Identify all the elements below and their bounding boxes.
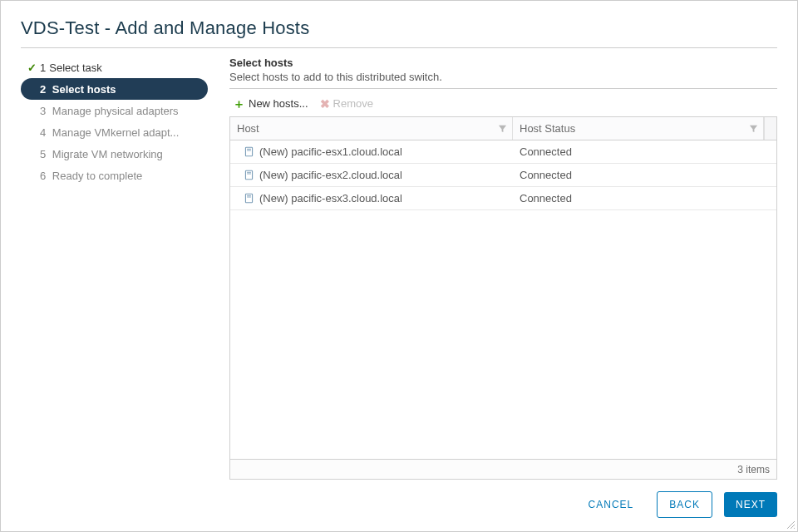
step-number: 2 [40, 83, 46, 96]
step-label: Manage VMkernel adapt... [52, 126, 179, 139]
host-cell: (New) pacific-esx1.cloud.local [230, 145, 513, 158]
column-label: Host Status [520, 122, 575, 135]
host-cell: (New) pacific-esx2.cloud.local [230, 169, 513, 181]
svg-rect-0 [245, 147, 252, 156]
status-cell: Connected [513, 192, 776, 204]
svg-rect-4 [247, 172, 251, 173]
step-migrate-vm-networking: 5 Migrate VM networking [21, 143, 208, 165]
grid-footer: 3 items [230, 459, 776, 479]
column-label: Host [237, 122, 259, 135]
svg-rect-5 [247, 174, 251, 175]
step-label: Ready to complete [52, 170, 142, 182]
next-button[interactable]: NEXT [724, 492, 777, 517]
step-label: Select hosts [52, 83, 116, 96]
resize-handle-icon[interactable] [786, 520, 796, 530]
grid-header: Host Host Status [230, 117, 776, 140]
step-number: 1 [40, 62, 46, 74]
svg-rect-2 [247, 150, 251, 151]
status-cell: Connected [513, 145, 776, 158]
hosts-grid: Host Host Status [229, 116, 777, 480]
column-header-status[interactable]: Host Status [513, 117, 764, 140]
remove-label: Remove [333, 97, 373, 110]
cancel-button[interactable]: CANCEL [577, 492, 646, 517]
step-label: Select task [49, 62, 102, 74]
step-select-hosts[interactable]: 2 Select hosts [21, 78, 208, 100]
host-name: (New) pacific-esx3.cloud.local [259, 192, 402, 204]
wizard-steps-sidebar: ✓ 1 Select task 2 Select hosts 3 Manage … [21, 48, 208, 480]
remove-button: ✖ Remove [320, 97, 373, 110]
step-number: 4 [40, 126, 46, 139]
grid-toolbar: ＋ New hosts... ✖ Remove [229, 89, 777, 116]
step-label: Manage physical adapters [52, 105, 179, 117]
filter-icon[interactable] [498, 124, 507, 133]
step-manage-physical-adapters: 3 Manage physical adapters [21, 100, 208, 121]
status-cell: Connected [513, 169, 776, 181]
items-count: 3 items [737, 464, 770, 475]
back-button[interactable]: BACK [657, 491, 712, 518]
host-name: (New) pacific-esx2.cloud.local [259, 169, 402, 181]
dialog-footer: CANCEL BACK NEXT [21, 480, 777, 518]
filter-icon[interactable] [749, 124, 758, 133]
checkmark-icon: ✓ [26, 62, 37, 74]
table-row[interactable]: (New) pacific-esx1.cloud.local Connected [230, 140, 776, 164]
table-row[interactable]: (New) pacific-esx2.cloud.local Connected [230, 164, 776, 187]
remove-icon: ✖ [320, 98, 330, 110]
svg-rect-7 [247, 195, 251, 196]
new-hosts-button[interactable]: ＋ New hosts... [233, 97, 308, 110]
main-panel: Select hosts Select hosts to add to this… [208, 48, 777, 480]
new-hosts-label: New hosts... [249, 97, 308, 110]
svg-rect-3 [245, 170, 252, 180]
step-select-task[interactable]: ✓ 1 Select task [21, 57, 208, 78]
step-label: Migrate VM networking [52, 148, 163, 160]
host-icon [244, 146, 254, 157]
svg-rect-8 [247, 197, 251, 198]
svg-rect-1 [247, 149, 251, 150]
step-number: 6 [40, 170, 46, 182]
step-number: 3 [40, 105, 46, 117]
section-subtitle: Select hosts to add to this distributed … [229, 71, 777, 83]
grid-body: (New) pacific-esx1.cloud.local Connected… [230, 140, 776, 459]
host-icon [244, 170, 254, 180]
column-header-host[interactable]: Host [230, 117, 513, 140]
host-name: (New) pacific-esx1.cloud.local [259, 145, 402, 158]
host-icon [244, 193, 254, 204]
dialog-content: ✓ 1 Select task 2 Select hosts 3 Manage … [21, 48, 777, 480]
plus-icon: ＋ [233, 97, 245, 110]
svg-rect-6 [245, 194, 252, 203]
step-number: 5 [40, 148, 46, 160]
step-ready-to-complete: 6 Ready to complete [21, 165, 208, 186]
dialog-title: VDS-Test - Add and Manage Hosts [21, 17, 777, 48]
section-title: Select hosts [229, 57, 777, 69]
step-manage-vmkernel-adapters: 4 Manage VMkernel adapt... [21, 121, 208, 143]
scrollbar-gutter [764, 117, 776, 140]
table-row[interactable]: (New) pacific-esx3.cloud.local Connected [230, 187, 776, 210]
host-cell: (New) pacific-esx3.cloud.local [230, 192, 513, 204]
wizard-dialog: VDS-Test - Add and Manage Hosts ✓ 1 Sele… [0, 0, 798, 532]
